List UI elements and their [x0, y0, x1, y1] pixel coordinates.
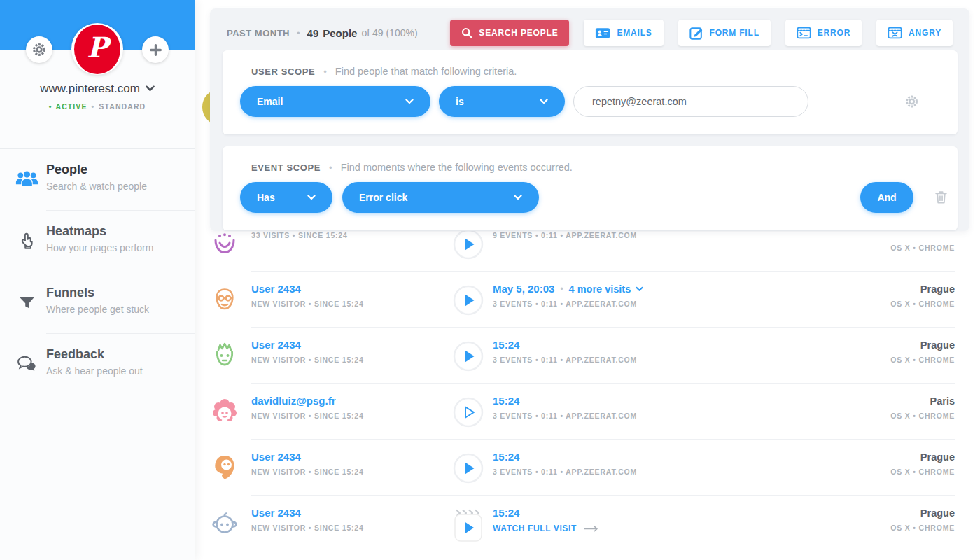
- film-clip-icon: [453, 509, 484, 542]
- user-scope-value-input[interactable]: [573, 86, 808, 117]
- visit-time-link[interactable]: 15:24: [493, 339, 519, 351]
- visitor-os-browser: OS X • CHROME: [890, 412, 955, 420]
- visit-time-link[interactable]: 15:24: [493, 451, 519, 463]
- play-visit-button[interactable]: [453, 341, 484, 373]
- contact-card-icon: [595, 27, 610, 39]
- plus-icon: [149, 43, 162, 57]
- people-list: 33 VISITS • SINCE 15:24 • 9 EVENTS • 0:1…: [210, 216, 969, 552]
- event-scope-card: EVENT SCOPE • Find moments where the fol…: [223, 146, 958, 230]
- play-visit-button[interactable]: [453, 229, 484, 261]
- person-name-link[interactable]: User 2434: [251, 283, 364, 295]
- chat-bubbles-icon: [15, 351, 38, 375]
- filter-button-label: FORM FILL: [710, 28, 760, 38]
- chevron-down-icon: [636, 286, 643, 292]
- add-condition-and-button[interactable]: And: [860, 182, 913, 213]
- console-window-icon: [797, 27, 811, 39]
- play-visit-button[interactable]: [453, 453, 484, 485]
- avatar: [211, 230, 238, 257]
- panel-header: PAST MONTH • 49 People of 49 (100%) SEAR…: [227, 18, 953, 48]
- person-meta: NEW VISITOR • SINCE 15:24: [251, 468, 364, 476]
- delete-event-scope-button[interactable]: [934, 190, 948, 204]
- person-row[interactable]: User 2434 NEW VISITOR • SINCE 15:24 15:2…: [210, 440, 969, 496]
- filter-button-label: ANGRY: [909, 28, 941, 38]
- avatar: [211, 398, 238, 425]
- visitor-city: Prague: [890, 507, 955, 519]
- gear-icon: [31, 42, 47, 57]
- filter-panel: PAST MONTH • 49 People of 49 (100%) SEAR…: [210, 8, 969, 231]
- sidebar-item-label: Funnels: [46, 284, 149, 302]
- visitor-os-browser: OS X • CHROME: [890, 524, 955, 532]
- event-scope-condition-select[interactable]: Has: [240, 182, 332, 213]
- sidebar-item-desc: Ask & hear people out: [46, 365, 143, 377]
- person-row[interactable]: User 2434 NEW VISITOR • SINCE 15:24 May …: [210, 272, 969, 328]
- play-visit-button[interactable]: [453, 509, 484, 541]
- visitor-city: Prague: [890, 284, 955, 295]
- sidebar-item-funnels[interactable]: Funnels Where people get stuck: [0, 272, 195, 334]
- person-row[interactable]: davidluiz@psg.fr NEW VISITOR • SINCE 15:…: [210, 384, 969, 440]
- curly-hair-avatar-icon: [211, 398, 238, 425]
- visit-details: 3 EVENTS • 0:11 • APP.ZEERAT.COM: [493, 412, 637, 420]
- search-people-button[interactable]: SEARCH PEOPLE: [450, 20, 569, 46]
- event-scope-title: EVENT SCOPE: [251, 162, 321, 173]
- site-logo[interactable]: P: [71, 23, 123, 75]
- event-scope-subtitle: Find moments where the following events …: [341, 162, 573, 173]
- status-dot: •: [49, 102, 52, 111]
- play-visit-button[interactable]: [453, 397, 484, 429]
- play-visit-button[interactable]: [453, 285, 484, 317]
- app-root: P www.pinterest.com •ACTIVE•STANDARD: [0, 0, 980, 560]
- visit-details: 3 EVENTS • 0:11 • APP.ZEERAT.COM: [493, 300, 643, 308]
- old-man-avatar-icon: [211, 286, 238, 313]
- user-scope-subtitle: Find people that match following criteri…: [335, 66, 517, 77]
- filter-error-button[interactable]: ERROR: [785, 20, 862, 46]
- more-visits-label: 4 more visits: [569, 283, 631, 295]
- person-meta: 33 VISITS • SINCE 15:24: [251, 231, 348, 239]
- person-name-link[interactable]: User 2434: [251, 339, 364, 351]
- chevron-down-icon: [514, 195, 522, 200]
- filter-emails-button[interactable]: EMAILS: [584, 20, 663, 46]
- filter-button-label: ERROR: [818, 28, 850, 38]
- event-select-value: Error click: [359, 192, 407, 203]
- separator-dot: •: [560, 283, 563, 295]
- condition-select-value: Has: [257, 192, 275, 203]
- sidebar-item-heatmaps[interactable]: Heatmaps How your pages perform: [0, 211, 195, 272]
- trash-icon: [934, 190, 948, 204]
- sidebar-item-label: Feedback: [46, 346, 143, 363]
- visitor-city: Prague: [890, 451, 955, 463]
- sidebar-item-desc: How your pages perform: [46, 242, 153, 253]
- user-scope-settings-button[interactable]: [904, 94, 919, 109]
- chevron-down-icon: [140, 82, 155, 95]
- person-name-link[interactable]: User 2434: [251, 507, 364, 519]
- sidebar-item-desc: Search & watch people: [46, 181, 147, 192]
- chevron-down-icon: [307, 195, 316, 200]
- click-hand-icon: [15, 228, 38, 252]
- watch-full-visit-link[interactable]: WATCH FULL VISIT: [493, 524, 600, 533]
- play-outline-icon: [453, 397, 484, 428]
- domain-selector[interactable]: www.pinterest.com: [0, 82, 195, 96]
- event-scope-event-select[interactable]: Error click: [342, 182, 539, 213]
- user-scope-field-select[interactable]: Email: [240, 86, 430, 117]
- user-scope-title: USER SCOPE: [251, 66, 315, 77]
- filter-angry-button[interactable]: ANGRY: [876, 20, 953, 46]
- filter-form-fill-button[interactable]: FORM FILL: [678, 20, 771, 46]
- person-name-link[interactable]: davidluiz@psg.fr: [251, 395, 364, 407]
- more-visits-link[interactable]: 4 more visits: [569, 283, 644, 295]
- visit-time-link[interactable]: 15:24: [493, 507, 519, 519]
- sidebar-item-feedback[interactable]: Feedback Ask & hear people out: [0, 334, 195, 396]
- sidebar-item-people[interactable]: People Search & watch people: [0, 149, 195, 211]
- visit-time-link[interactable]: May 5, 20:03: [493, 283, 554, 295]
- settings-button[interactable]: [26, 36, 52, 63]
- separator-dot: •: [329, 162, 332, 173]
- add-site-button[interactable]: [142, 36, 169, 63]
- visitor-os-browser: OS X • CHROME: [890, 468, 955, 476]
- plan-label: STANDARD: [99, 102, 146, 111]
- visit-details: 9 EVENTS • 0:11 • APP.ZEERAT.COM: [493, 231, 637, 239]
- visitor-os-browser: OS X • CHROME: [890, 300, 955, 308]
- sidebar-item-label: People: [46, 161, 147, 178]
- person-name-link[interactable]: User 2434: [251, 451, 364, 463]
- operator-select-value: is: [456, 96, 464, 107]
- person-row[interactable]: User 2434 NEW VISITOR • SINCE 15:24 15:2…: [210, 496, 969, 552]
- search-people-label: SEARCH PEOPLE: [479, 28, 558, 38]
- visit-time-link[interactable]: 15:24: [493, 395, 519, 407]
- person-row[interactable]: User 2434 NEW VISITOR • SINCE 15:24 15:2…: [210, 328, 969, 384]
- user-scope-operator-select[interactable]: is: [439, 86, 565, 117]
